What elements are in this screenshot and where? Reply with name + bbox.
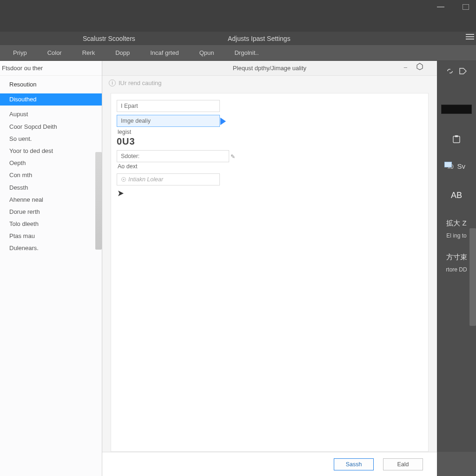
header-center-title: Adjusts Ipast Settings [228,35,291,42]
sidebar-item-resoution[interactable]: Resoution [0,79,102,91]
sidebar-item-dulenears[interactable]: Dulenears. [0,242,102,254]
rail-cjk1[interactable]: 拡大 Z [446,219,466,228]
sidebar-header: Ftsdoor ou ther [0,61,102,76]
field-intekn[interactable]: Intiakn Lolear [117,173,220,185]
panel: Plequst dpthy/Jimage uality – i IUr rend… [102,61,437,452]
field-intekn-label: Intiakn Lolear [128,176,163,183]
panel-canvas: I Epart Imge dealiy legist 0U3 Sdoter: ✎… [111,93,429,452]
sidebar-item-conmth[interactable]: Con mth [0,169,102,181]
rail-desc: El ing to [446,232,466,239]
big-number-value: 0U3 [117,136,135,147]
gear-icon [121,177,126,182]
right-rail: x0 Sv AB 拡大 Z El ing to 方寸束 rtore DD [437,61,476,452]
minimize-window-icon[interactable] [435,3,446,11]
send-icon[interactable] [118,190,124,197]
tab-incaf[interactable]: Incaf grted [140,45,189,60]
svg-rect-9 [445,162,452,167]
tab-color[interactable]: Color [37,45,72,60]
svg-rect-1 [463,5,469,10]
exit-button[interactable]: Eald [383,458,423,470]
sidebar-item-aupust[interactable]: Aupust [0,108,102,120]
sidebar-item-tolo[interactable]: Tolo dleeth [0,218,102,230]
main-area: Ftsdoor ou ther Resoution Disouthed Aupu… [0,61,476,476]
sidebar-item-ahenne[interactable]: Ahenne neal [0,194,102,206]
tag-icon[interactable] [459,67,467,75]
sidebar-item-oepth[interactable]: Oepth [0,157,102,169]
label-legist: legist [118,129,131,135]
sidebar-item-disouthed[interactable]: Disouthed [0,93,102,106]
info-icon: i [109,79,116,86]
tab-dopp[interactable]: Dopp [105,45,140,60]
toolbar: Priyp Color Rerk Dopp Incaf grted Qpun D… [0,45,476,61]
hamburger-icon[interactable] [466,33,474,40]
color-swatch[interactable] [441,105,472,114]
tab-rerk[interactable]: Rerk [72,45,105,60]
field-epart-label: I Epart [121,103,138,109]
bottom-button-bar: Sassh Eald [102,452,437,476]
panel-title: Plequst dpthy/Jimage uality [233,65,306,72]
window-titlebar [0,0,476,32]
center-panel: Plequst dpthy/Jimage uality – i IUr rend… [102,61,476,476]
edit-handle-icon[interactable]: ✎ [231,153,235,160]
tab-priyp[interactable]: Priyp [0,45,37,60]
panel-object-icon[interactable] [416,63,423,70]
svg-rect-7 [453,136,460,143]
field-image-dealy[interactable]: Imge dealiy [117,115,220,127]
header-band: Scalustr Scoolters Adjusts Ipast Setting… [0,32,476,45]
sidebar-item-dessth[interactable]: Dessth [0,182,102,194]
tab-qpun[interactable]: Qpun [189,45,225,60]
right-rail-scrollbar-thumb[interactable] [469,228,476,326]
sidebar-item-ptas[interactable]: Ptas mau [0,230,102,242]
svg-rect-8 [455,135,458,137]
tab-drgolnit[interactable]: Drgolnit.. [224,45,269,60]
panel-titlebar: Plequst dpthy/Jimage uality – [102,61,437,76]
rail-icon-card[interactable] [444,162,452,167]
svg-rect-0 [437,7,444,7]
sidebar-item-dorue[interactable]: Dorue rerth [0,206,102,218]
svg-point-6 [123,179,125,180]
sidebar-scrollbar-thumb[interactable] [95,152,102,250]
panel-minimize-icon[interactable]: – [404,64,407,71]
rail-label-sv: Sv [457,162,466,170]
panel-subtitle-row: i IUr rend cauting [102,76,437,93]
rail-letters[interactable]: AB [451,191,462,200]
field-sdoter-label: Sdoter: [121,153,139,159]
rail-note: rtore DD [446,266,467,273]
link-icon[interactable] [446,67,454,75]
save-button[interactable]: Sassh [334,458,374,470]
tool-clipboard[interactable] [452,135,461,144]
field-epart[interactable]: I Epart [117,100,220,112]
sidebar-item-yoor[interactable]: Yoor to ded dest [0,145,102,157]
maximize-window-icon[interactable] [460,3,471,11]
sidebar: Ftsdoor ou ther Resoution Disouthed Aupu… [0,61,102,476]
field-image-dealy-label: Imge dealiy [121,118,151,124]
field-sdoter[interactable]: Sdoter: ✎ [117,150,229,162]
sidebar-item-coor[interactable]: Coor Sopcd Deith [0,121,102,133]
panel-subtitle: IUr rend cauting [119,79,162,86]
sidebar-item-souent[interactable]: So uent. [0,133,102,145]
header-left-title: Scalustr Scoolters [83,35,135,42]
rail-cjk2[interactable]: 方寸束 [446,253,467,262]
label-ao-dest: Ao dext [118,163,137,170]
